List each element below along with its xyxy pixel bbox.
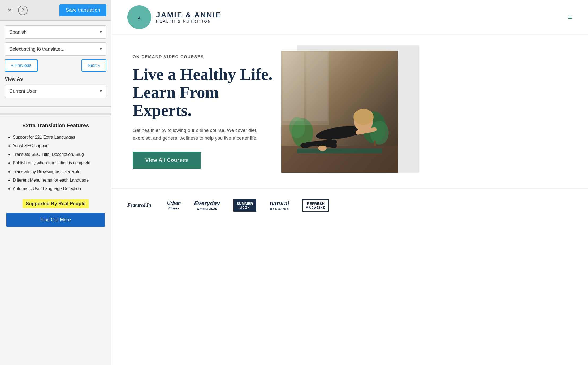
- brand-summer: SUMMER MGZN: [233, 199, 256, 212]
- thick-divider: [0, 113, 111, 115]
- hero-description: Get healthier by following our online co…: [133, 127, 260, 142]
- hero-image-area: [281, 51, 409, 173]
- nav-buttons: « Previous Next »: [0, 59, 111, 72]
- featured-section: Featured In Urban fitness Everyday fitne…: [111, 188, 588, 222]
- top-bar: ✕ ? Save translation: [0, 0, 111, 21]
- svg-rect-21: [283, 52, 304, 121]
- brand-logos: Urban fitness Everyday fitness 2020 SUMM…: [167, 199, 572, 212]
- brand-subtitle: HEALTH & NUTRITION: [156, 19, 221, 23]
- divider-1: [0, 106, 111, 107]
- brand-refresh: REFRESH MAGAZINE: [302, 199, 329, 212]
- find-out-more-button[interactable]: Find Out More: [6, 213, 105, 227]
- language-select[interactable]: Spanish: [5, 25, 106, 39]
- logo-icon: &: [131, 9, 147, 25]
- panel-controls: Spanish ▼ Select string to translate... …: [0, 21, 111, 59]
- hamburger-icon[interactable]: ≡: [568, 13, 572, 21]
- feature-item: Yoast SEO support: [13, 143, 105, 149]
- previous-button[interactable]: « Previous: [5, 59, 38, 72]
- brand-everyday: Everyday fitness 2020: [194, 200, 220, 211]
- save-translation-button[interactable]: Save translation: [59, 4, 106, 16]
- logo-text: JAMIE & ANNIE HEALTH & NUTRITION: [156, 11, 221, 23]
- next-button[interactable]: Next »: [81, 59, 106, 72]
- view-as-select[interactable]: Current User: [5, 85, 106, 98]
- string-select-wrapper: Select string to translate... ▼: [5, 42, 106, 56]
- help-button[interactable]: ?: [18, 6, 28, 15]
- feature-item: Publish only when translation is complet…: [13, 160, 105, 166]
- logo-circle: &: [127, 5, 151, 29]
- hero-text: ON-DEMAND VIDEO COURSES Live a Healthy L…: [133, 54, 281, 169]
- feature-item: Translate by Browsing as User Role: [13, 169, 105, 175]
- svg-point-19: [318, 146, 327, 151]
- view-as-select-wrapper: Current User ▼: [5, 85, 106, 98]
- brand-urban: Urban fitness: [167, 200, 181, 210]
- view-as-section: View As Current User ▼: [0, 76, 111, 106]
- view-as-label: View As: [5, 76, 106, 82]
- feature-item: Different Menu Items for each Language: [13, 177, 105, 183]
- string-select[interactable]: Select string to translate...: [5, 42, 106, 56]
- feature-item: Support for 221 Extra Languages: [13, 134, 105, 140]
- site-header: & JAMIE & ANNIE HEALTH & NUTRITION ≡: [111, 0, 588, 35]
- logo-area: & JAMIE & ANNIE HEALTH & NUTRITION: [127, 5, 221, 29]
- extra-features-section: Extra Translation Features Support for 2…: [0, 115, 111, 365]
- translation-panel: ✕ ? Save translation Spanish ▼ Select st…: [0, 0, 111, 365]
- svg-point-13: [353, 109, 374, 125]
- featured-label: Featured In: [127, 203, 151, 208]
- hero-title: Live a Healthy Life. Learn From Experts.: [133, 65, 281, 120]
- yoga-illustration: [281, 51, 398, 173]
- close-button[interactable]: ✕: [5, 6, 14, 15]
- svg-text:&: &: [138, 16, 141, 20]
- svg-point-18: [300, 143, 310, 148]
- svg-rect-10: [297, 149, 382, 153]
- features-list: Support for 221 Extra Languages Yoast SE…: [6, 134, 105, 192]
- hero-section: ON-DEMAND VIDEO COURSES Live a Healthy L…: [111, 35, 588, 188]
- brand-name: JAMIE & ANNIE: [156, 11, 221, 19]
- supported-text: Supported By Real People: [23, 199, 89, 208]
- feature-item: Translate SEO Title, Description, Slug: [13, 152, 105, 157]
- brand-natural: natural MAGAZINE: [270, 200, 289, 211]
- hero-image: [281, 51, 398, 173]
- language-select-wrapper: Spanish ▼: [5, 25, 106, 39]
- extra-features-title: Extra Translation Features: [6, 122, 105, 129]
- svg-point-8: [370, 121, 389, 145]
- svg-rect-22: [306, 52, 328, 121]
- feature-item: Automatic User Language Detection: [13, 186, 105, 192]
- svg-rect-9: [374, 141, 376, 146]
- view-courses-button[interactable]: View All Courses: [133, 152, 201, 169]
- hero-label: ON-DEMAND VIDEO COURSES: [133, 54, 281, 59]
- main-content: & JAMIE & ANNIE HEALTH & NUTRITION ≡ ON-…: [111, 0, 588, 365]
